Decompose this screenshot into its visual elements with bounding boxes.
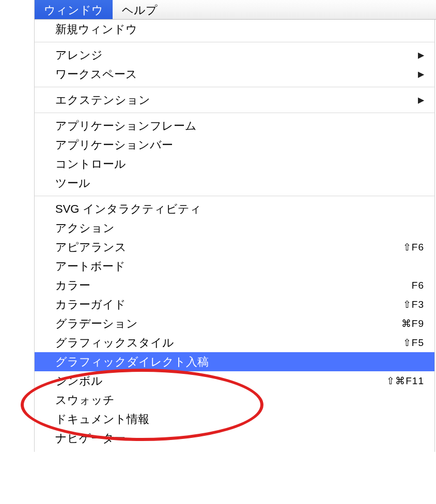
menu-shortcut: ⌘F9 — [401, 318, 424, 329]
menu-label: SVG インタラクティビティ — [55, 201, 424, 217]
menu-color[interactable]: カラー F6 — [35, 276, 434, 295]
menu-artboard[interactable]: アートボード — [35, 257, 434, 276]
menu-label: ワークスペース — [55, 67, 418, 82]
menu-label: エクステンション — [55, 92, 418, 108]
menu-arrange[interactable]: アレンジ ▶ — [35, 45, 434, 65]
menu-shortcut: ⇧F6 — [403, 241, 424, 253]
menubar-help[interactable]: ヘルプ — [113, 0, 167, 19]
menu-graphic-style[interactable]: グラフィックスタイル ⇧F5 — [35, 333, 434, 352]
menu-label: アピアランス — [55, 240, 403, 255]
menu-app-bar[interactable]: アプリケーションバー — [35, 135, 434, 154]
menu-label: カラーガイド — [55, 297, 403, 312]
menu-label: アプリケーションフレーム — [55, 118, 424, 134]
menu-label: ナビゲーター — [55, 431, 424, 446]
menu-label: ドキュメント情報 — [55, 412, 424, 427]
menu-action[interactable]: アクション — [35, 218, 434, 238]
menu-label: グラデーション — [55, 316, 401, 332]
menu-separator — [35, 42, 434, 42]
submenu-arrow-icon: ▶ — [418, 95, 424, 105]
menubar-window[interactable]: ウィンドウ — [35, 0, 113, 19]
menu-workspace[interactable]: ワークスペース ▶ — [35, 65, 434, 84]
menu-label: コントロール — [55, 156, 424, 172]
menu-label: ツール — [55, 176, 424, 191]
menu-shortcut: ⇧⌘F11 — [386, 375, 424, 387]
menu-label: 新規ウィンドウ — [55, 22, 424, 37]
menu-label: アレンジ — [55, 48, 418, 63]
menu-tool[interactable]: ツール — [35, 174, 434, 193]
menu-label: アートボード — [55, 259, 424, 274]
menu-label: シンボル — [55, 373, 386, 389]
menu-label: グラフィックスタイル — [55, 335, 403, 351]
submenu-arrow-icon: ▶ — [418, 69, 424, 79]
submenu-arrow-icon: ▶ — [418, 50, 424, 60]
menu-shortcut: F6 — [412, 280, 424, 291]
menu-doc-info[interactable]: ドキュメント情報 — [35, 410, 434, 429]
menu-app-frame[interactable]: アプリケーションフレーム — [35, 116, 434, 135]
menu-gradation[interactable]: グラデーション ⌘F9 — [35, 314, 434, 333]
menu-label: スウォッチ — [55, 392, 424, 408]
menu-new-window[interactable]: 新規ウィンドウ — [35, 20, 434, 39]
menu-label: アクション — [55, 220, 424, 236]
menu-shortcut: ⇧F3 — [403, 298, 424, 310]
menu-separator — [35, 113, 434, 113]
menu-navigator[interactable]: ナビゲーター — [35, 429, 434, 448]
menu-symbol[interactable]: シンボル ⇧⌘F11 — [35, 371, 434, 390]
menu-swatch[interactable]: スウォッチ — [35, 390, 434, 410]
menu-extension[interactable]: エクステンション ▶ — [35, 90, 434, 109]
menu-label: カラー — [55, 278, 412, 293]
menu-graphic-direct[interactable]: グラフィックダイレクト入稿 — [35, 352, 434, 371]
window-menu-dropdown: 新規ウィンドウ アレンジ ▶ ワークスペース ▶ エクステンション ▶ アプリケ… — [34, 20, 435, 452]
menu-appearance[interactable]: アピアランス ⇧F6 — [35, 238, 434, 257]
menu-label: アプリケーションバー — [55, 137, 424, 153]
menu-color-guide[interactable]: カラーガイド ⇧F3 — [35, 295, 434, 314]
menubar: ウィンドウ ヘルプ — [34, 0, 436, 20]
menu-separator — [35, 87, 434, 87]
menu-control[interactable]: コントロール — [35, 154, 434, 174]
menu-separator — [35, 196, 434, 196]
menu-label: グラフィックダイレクト入稿 — [55, 354, 424, 370]
menu-shortcut: ⇧F5 — [403, 337, 424, 349]
menu-svg-interactivity[interactable]: SVG インタラクティビティ — [35, 199, 434, 218]
